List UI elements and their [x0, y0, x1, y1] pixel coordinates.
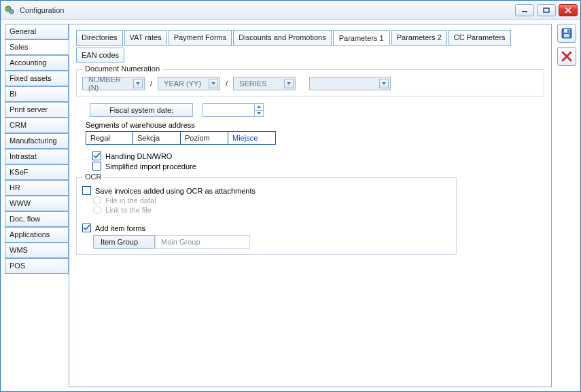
ocr-save-checkbox[interactable]: Save invoices added using OCR as attachm… — [82, 186, 451, 195]
floppy-icon — [561, 27, 573, 39]
sidebar-item-sales[interactable]: Sales — [5, 39, 69, 55]
sidebar-item-www[interactable]: WWW — [5, 196, 69, 211]
item-group-button[interactable]: Item Group — [93, 235, 155, 249]
action-column — [556, 20, 580, 391]
ocr-group: OCR Save invoices added using OCR as att… — [76, 177, 457, 255]
tab-discounts-and-promotions[interactable]: Discounts and Promotions — [233, 30, 331, 46]
svg-rect-7 — [567, 30, 569, 33]
simplified-import-label: Simplified import procedure — [105, 162, 196, 171]
doc-numeration-legend: Document Numeration — [82, 65, 162, 73]
sidebar-item-fixed-assets[interactable]: Fixed assets — [5, 71, 69, 86]
sidebar-item-doc-flow[interactable]: Doc. flow — [5, 211, 69, 227]
ocr-file-label: File in the datal — [105, 196, 156, 204]
save-button[interactable] — [557, 24, 576, 43]
chevron-down-icon — [379, 79, 389, 88]
sidebar-item-crm[interactable]: CRM — [5, 118, 69, 133]
ocr-link-radio: Link to the file — [93, 206, 451, 214]
sidebar-item-print-server[interactable]: Print server — [5, 102, 69, 118]
segment-cell[interactable]: Poziom — [181, 131, 228, 145]
separator: / — [149, 79, 154, 88]
chevron-down-icon — [209, 79, 218, 88]
chevron-down-icon — [284, 79, 294, 88]
main-panel: DirectoriesVAT ratesPayment FormsDiscoun… — [69, 24, 552, 387]
sidebar-item-manufacturing[interactable]: Manufacturing — [5, 133, 69, 149]
sidebar-item-pos[interactable]: POS — [5, 258, 69, 274]
ocr-add-item-label: Add item forms — [95, 224, 145, 232]
cancel-button[interactable] — [557, 47, 576, 66]
segment-cell[interactable]: Regał — [86, 131, 133, 145]
checkbox-icon — [82, 186, 91, 195]
handling-dln-checkbox[interactable]: Handling DLN/WRO — [92, 152, 544, 160]
num-part-series-label: SERIES — [239, 79, 266, 88]
tab-directories[interactable]: Directories — [76, 30, 123, 46]
ocr-file-radio: File in the datal — [93, 196, 451, 204]
num-part-series[interactable]: SERIES — [233, 77, 296, 90]
segments-row: RegałSekcjaPoziomMiejsce — [86, 131, 544, 145]
ocr-save-label: Save invoices added using OCR as attachm… — [95, 187, 256, 195]
config-window: Configuration GeneralSalesAccountingFixe… — [0, 0, 581, 392]
svg-rect-3 — [544, 8, 549, 12]
tab-parameters-2[interactable]: Parameters 2 — [391, 30, 447, 46]
separator: / — [224, 79, 229, 88]
segments-legend: Segments of warehouse address — [86, 121, 544, 129]
num-part-year[interactable]: YEAR (YY) — [158, 77, 220, 90]
svg-rect-2 — [522, 11, 527, 12]
segment-cell[interactable]: Sekcja — [133, 131, 181, 145]
tab-ean-codes[interactable]: EAN codes — [76, 48, 124, 63]
doc-numeration-group: Document Numeration NUMBER (N) / YEAR (Y… — [76, 69, 544, 96]
tab-cc-parameters[interactable]: CC Parameters — [448, 30, 511, 46]
tab-vat-rates[interactable]: VAT rates — [124, 30, 167, 46]
close-button[interactable] — [559, 4, 578, 16]
checkbox-icon — [92, 152, 101, 160]
sidebar-item-accounting[interactable]: Accounting — [5, 55, 69, 71]
sidebar: GeneralSalesAccountingFixed assetsBIPrin… — [1, 20, 69, 391]
item-group-value: Main Group — [155, 235, 250, 249]
minimize-button[interactable] — [515, 4, 534, 16]
num-part-year-label: YEAR (YY) — [164, 79, 201, 88]
ocr-link-label: Link to the file — [105, 206, 152, 214]
sidebar-item-intrastat[interactable]: Intrastat — [5, 149, 69, 164]
x-icon — [561, 51, 572, 62]
tab-payment-forms[interactable]: Payment Forms — [169, 30, 232, 46]
svg-point-1 — [10, 9, 14, 13]
handling-dln-label: Handling DLN/WRO — [105, 152, 172, 160]
num-part-number[interactable]: NUMBER (N) — [82, 77, 145, 90]
sidebar-item-ksef[interactable]: KSeF — [5, 164, 69, 180]
maximize-button[interactable] — [537, 4, 556, 16]
radio-icon — [93, 196, 101, 204]
sidebar-item-hr[interactable]: HR — [5, 180, 69, 196]
tab-parameters-1[interactable]: Parameters 1 — [333, 30, 390, 46]
sidebar-item-general[interactable]: General — [5, 24, 69, 39]
checkbox-icon — [92, 162, 101, 171]
fiscal-date-input[interactable] — [203, 103, 264, 117]
sidebar-item-bi[interactable]: BI — [5, 86, 69, 102]
fiscal-date-label[interactable]: Fiscal system date: — [90, 103, 193, 117]
simplified-import-checkbox[interactable]: Simplified import procedure — [92, 162, 544, 171]
ocr-legend: OCR — [82, 173, 104, 181]
sidebar-item-wms[interactable]: WMS — [5, 243, 69, 258]
titlebar: Configuration — [1, 1, 580, 20]
top-tabs: DirectoriesVAT ratesPayment FormsDiscoun… — [76, 30, 544, 63]
svg-rect-6 — [564, 34, 569, 37]
checkbox-icon — [82, 224, 91, 232]
ocr-add-item-checkbox[interactable]: Add item forms — [82, 224, 451, 232]
num-part-number-label: NUMBER (N) — [88, 75, 132, 92]
sidebar-item-applications[interactable]: Applications — [5, 227, 69, 243]
app-icon — [5, 5, 16, 16]
segment-cell[interactable]: Miejsce — [228, 131, 276, 145]
spinner-icon[interactable] — [254, 104, 263, 116]
window-title: Configuration — [20, 6, 515, 14]
num-part-extra[interactable] — [309, 77, 391, 90]
chevron-down-icon — [133, 79, 143, 88]
radio-icon — [93, 206, 101, 214]
